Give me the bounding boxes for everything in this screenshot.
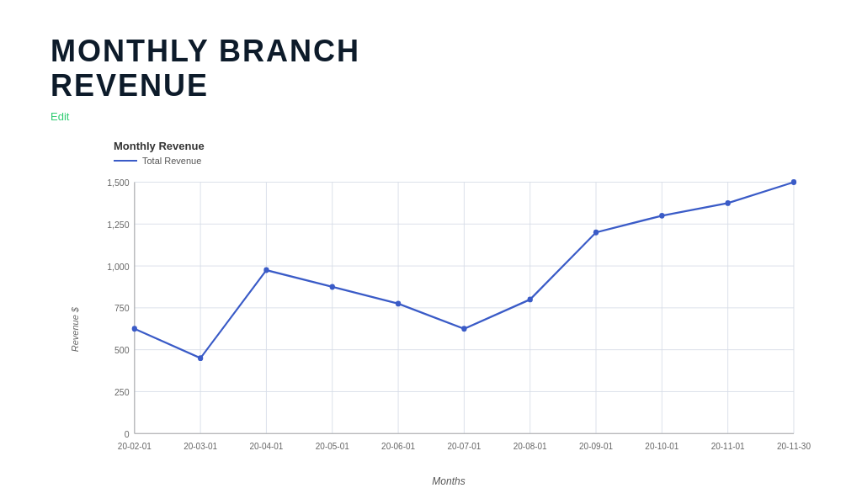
chart-title: Monthly Revenue xyxy=(114,140,811,152)
svg-point-44 xyxy=(461,326,466,332)
line-chart: 02505007501,0001,2501,50020-02-0120-03-0… xyxy=(86,172,811,472)
svg-text:20-07-01: 20-07-01 xyxy=(447,441,481,450)
title-line2: REVENUE xyxy=(51,68,811,103)
page-title: MONTHLY BRANCH REVENUE xyxy=(51,34,811,103)
svg-text:20-06-01: 20-06-01 xyxy=(381,441,415,450)
svg-text:500: 500 xyxy=(114,345,130,356)
chart-container: Monthly Revenue Total Revenue Revenue $ … xyxy=(51,140,811,487)
chart-area: Revenue $ 02505007501,0001,2501,50020-02… xyxy=(67,172,811,487)
svg-point-43 xyxy=(396,300,401,306)
svg-text:1,000: 1,000 xyxy=(107,261,129,272)
svg-point-40 xyxy=(198,355,203,361)
page: MONTHLY BRANCH REVENUE Edit Monthly Reve… xyxy=(0,0,862,504)
svg-text:20-05-01: 20-05-01 xyxy=(316,441,349,450)
svg-text:20-11-01: 20-11-01 xyxy=(711,441,745,450)
svg-point-48 xyxy=(726,200,731,206)
svg-point-49 xyxy=(791,179,796,185)
edit-link[interactable]: Edit xyxy=(51,110,811,123)
title-line1: MONTHLY BRANCH xyxy=(51,34,811,68)
svg-text:20-04-01: 20-04-01 xyxy=(249,441,283,450)
svg-text:1,500: 1,500 xyxy=(107,177,129,188)
svg-text:20-08-01: 20-08-01 xyxy=(513,441,547,450)
chart-inner: 02505007501,0001,2501,50020-02-0120-03-0… xyxy=(86,172,811,487)
svg-text:250: 250 xyxy=(114,386,130,397)
svg-text:20-03-01: 20-03-01 xyxy=(184,441,217,450)
svg-text:0: 0 xyxy=(125,428,130,439)
svg-point-41 xyxy=(263,267,269,273)
svg-text:20-10-01: 20-10-01 xyxy=(645,441,678,450)
x-axis-label: Months xyxy=(86,475,811,487)
svg-text:20-11-30: 20-11-30 xyxy=(777,441,811,450)
legend-label: Total Revenue xyxy=(142,156,201,166)
svg-point-39 xyxy=(132,326,137,332)
svg-text:20-02-01: 20-02-01 xyxy=(118,441,152,450)
svg-point-42 xyxy=(330,284,335,289)
chart-legend: Total Revenue xyxy=(114,156,811,166)
y-axis-label: Revenue $ xyxy=(67,172,82,487)
svg-text:20-09-01: 20-09-01 xyxy=(579,441,613,450)
svg-text:750: 750 xyxy=(114,303,130,314)
legend-line-icon xyxy=(114,160,137,162)
svg-point-45 xyxy=(528,296,533,302)
svg-point-47 xyxy=(659,213,664,219)
svg-text:1,250: 1,250 xyxy=(107,219,129,230)
svg-point-46 xyxy=(593,230,599,236)
